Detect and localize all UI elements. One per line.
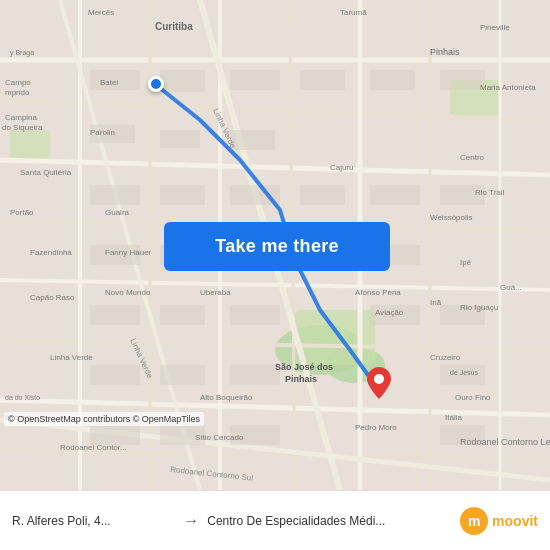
svg-text:Rodoanel Contor...: Rodoanel Contor... — [60, 443, 127, 452]
svg-text:Maria Antonieta: Maria Antonieta — [480, 83, 536, 92]
svg-rect-44 — [90, 305, 140, 325]
svg-text:Gualra: Gualra — [105, 208, 130, 217]
moovit-logo-icon: m — [460, 507, 488, 535]
svg-text:Rio Iguaçu: Rio Iguaçu — [460, 303, 498, 312]
svg-text:Uberaba: Uberaba — [200, 288, 231, 297]
svg-text:Curitiba: Curitiba — [155, 21, 193, 32]
svg-text:Tarumã: Tarumã — [340, 8, 367, 17]
take-me-there-button[interactable]: Take me there — [164, 222, 390, 271]
svg-text:Sítio Cercado: Sítio Cercado — [195, 433, 244, 442]
svg-rect-46 — [230, 305, 280, 325]
svg-text:Rio Trail: Rio Trail — [475, 188, 505, 197]
svg-point-106 — [374, 374, 384, 384]
svg-rect-45 — [160, 305, 205, 325]
svg-text:y Braga: y Braga — [10, 49, 34, 57]
svg-rect-37 — [370, 185, 420, 205]
svg-text:São José dos: São José dos — [275, 362, 333, 372]
svg-text:Itália: Itália — [445, 413, 462, 422]
svg-text:Campina: Campina — [5, 113, 38, 122]
svg-text:Ipê: Ipê — [460, 258, 472, 267]
svg-text:Fanny Hauer: Fanny Hauer — [105, 248, 152, 257]
svg-text:Guá...: Guá... — [500, 283, 522, 292]
svg-rect-28 — [230, 70, 280, 90]
svg-text:Novo Mundo: Novo Mundo — [105, 288, 151, 297]
svg-text:Campo: Campo — [5, 78, 31, 87]
svg-text:Santa Quitéria: Santa Quitéria — [20, 168, 72, 177]
arrow-icon: → — [183, 512, 199, 530]
svg-text:da do Xisto: da do Xisto — [5, 394, 40, 401]
svg-rect-31 — [370, 70, 415, 90]
origin-marker — [148, 76, 164, 92]
svg-rect-27 — [160, 130, 200, 148]
svg-text:Pinhais: Pinhais — [430, 47, 460, 57]
svg-text:Mercês: Mercês — [88, 8, 114, 17]
svg-text:Cruzeiro: Cruzeiro — [430, 353, 461, 362]
svg-rect-4 — [10, 130, 50, 160]
svg-text:Portão: Portão — [10, 208, 34, 217]
moovit-logo[interactable]: m moovit — [460, 507, 538, 535]
svg-rect-33 — [90, 185, 140, 205]
svg-rect-36 — [300, 185, 345, 205]
svg-text:Alto Boqueirão: Alto Boqueirão — [200, 393, 253, 402]
svg-text:Inã: Inã — [430, 298, 442, 307]
origin-label: R. Alferes Poli, 4... — [12, 514, 175, 528]
svg-text:Cajuru: Cajuru — [330, 163, 354, 172]
svg-rect-34 — [160, 185, 205, 205]
svg-rect-30 — [300, 70, 345, 90]
destination-marker — [367, 367, 391, 399]
svg-text:de Jesus: de Jesus — [450, 369, 479, 376]
svg-rect-49 — [90, 365, 140, 385]
svg-text:Rodoanel Contorno Leste: Rodoanel Contorno Leste — [460, 437, 550, 447]
svg-text:Afonso Pena: Afonso Pena — [355, 288, 401, 297]
svg-text:Pedro Moro: Pedro Moro — [355, 423, 397, 432]
destination-label: Centro De Especialidades Médi... — [207, 514, 452, 528]
svg-rect-53 — [90, 425, 140, 445]
moovit-logo-text: moovit — [492, 513, 538, 529]
svg-text:Parolin: Parolin — [90, 128, 115, 137]
bottom-bar: R. Alferes Poli, 4... → Centro De Especi… — [0, 490, 550, 550]
svg-text:Centro: Centro — [460, 153, 485, 162]
svg-rect-32 — [440, 70, 485, 90]
svg-rect-50 — [160, 365, 205, 385]
svg-text:do Siqueira: do Siqueira — [2, 123, 43, 132]
svg-text:Fazendinha: Fazendinha — [30, 248, 72, 257]
svg-text:Capão Raso: Capão Raso — [30, 293, 75, 302]
svg-text:mprido: mprido — [5, 88, 30, 97]
svg-text:Ouro Fino: Ouro Fino — [455, 393, 491, 402]
svg-text:Pineville: Pineville — [480, 23, 510, 32]
svg-rect-3 — [295, 310, 375, 365]
map-container: Curitiba Pinhais y Braga Pineville Tarum… — [0, 0, 550, 490]
svg-text:Weissópolis: Weissópolis — [430, 213, 473, 222]
svg-rect-29 — [230, 130, 275, 150]
svg-rect-51 — [230, 365, 280, 385]
svg-rect-35 — [230, 185, 280, 205]
svg-text:Batel: Batel — [100, 78, 118, 87]
svg-text:Aviação: Aviação — [375, 308, 404, 317]
svg-text:Pinhais: Pinhais — [285, 374, 317, 384]
map-attribution: © OpenStreetMap contributors © OpenMapTi… — [4, 412, 204, 426]
svg-rect-26 — [160, 70, 205, 92]
svg-text:Linha Verde: Linha Verde — [50, 353, 93, 362]
